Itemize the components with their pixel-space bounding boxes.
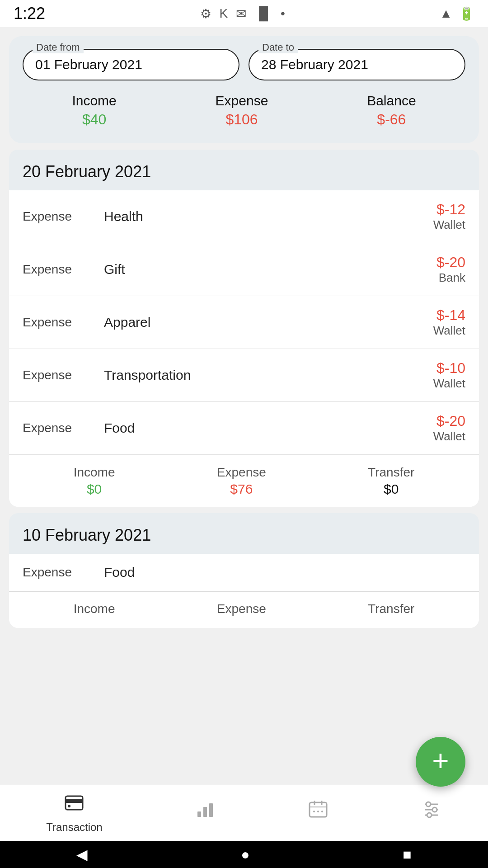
main-content: Date from 01 February 2021 Date to 28 Fe… <box>0 36 488 761</box>
settings-icon: ⚙ <box>200 6 211 21</box>
footer-income-label: Income <box>74 465 115 480</box>
nav-calendar[interactable] <box>308 799 328 827</box>
tx-wallet: Wallet <box>433 377 465 391</box>
footer-income: Income $0 <box>74 465 115 497</box>
expense-value: $106 <box>216 111 268 128</box>
section-date-feb20: 20 February 2021 <box>23 162 151 181</box>
svg-point-18 <box>427 813 432 817</box>
date-to-value: 28 February 2021 <box>261 57 368 72</box>
section-card-feb20: 20 February 2021 Expense Health $-12 Wal… <box>9 150 479 507</box>
svg-rect-4 <box>203 807 207 817</box>
footer-expense: Expense <box>217 602 266 618</box>
balance-label: Balance <box>367 93 416 108</box>
date-from-field[interactable]: Date from 01 February 2021 <box>23 49 239 80</box>
tx-wallet: Wallet <box>433 324 465 338</box>
plus-icon: + <box>432 746 449 775</box>
transaction-list-feb10: Expense Food Income Expense <box>9 554 479 628</box>
tx-wallet: Wallet <box>433 429 465 443</box>
recent-button[interactable]: ■ <box>403 846 411 863</box>
income-summary: Income $40 <box>72 93 116 128</box>
status-icons: ⚙ K ✉ ▐▌ • <box>200 6 285 21</box>
section-footer-feb20: Income $0 Expense $76 Transfer $0 <box>9 455 479 507</box>
section-feb20: 20 February 2021 Expense Health $-12 Wal… <box>0 150 488 507</box>
tx-type: Expense <box>23 368 104 382</box>
date-to-field[interactable]: Date to 28 February 2021 <box>249 49 465 80</box>
tx-amount-col: $-20 Wallet <box>433 413 465 443</box>
income-value: $40 <box>72 111 116 128</box>
svg-point-14 <box>426 802 431 807</box>
nav-transaction[interactable]: Transaction <box>46 793 103 834</box>
date-to-label: Date to <box>258 42 298 53</box>
footer-transfer: Transfer $0 <box>368 465 414 497</box>
transaction-icon <box>64 793 84 818</box>
section-date-feb10: 10 February 2021 <box>23 526 151 544</box>
section-feb10: 10 February 2021 Expense Food Income <box>0 513 488 628</box>
expense-summary: Expense $106 <box>216 93 268 128</box>
status-bar: 1:22 ⚙ K ✉ ▐▌ • ▲ 🔋 <box>0 0 488 27</box>
section-header-feb20: 20 February 2021 <box>9 150 479 190</box>
tx-wallet: Bank <box>436 271 465 285</box>
tx-category: Food <box>104 565 465 580</box>
section-card-feb10: 10 February 2021 Expense Food Income <box>9 513 479 628</box>
date-from-value: 01 February 2021 <box>35 57 142 72</box>
balance-summary: Balance $-66 <box>367 93 416 128</box>
bottom-nav: Transaction <box>0 785 488 841</box>
expense-label: Expense <box>216 93 268 108</box>
footer-transfer-label: Transfer <box>368 602 414 616</box>
tx-amount-col: $-10 Wallet <box>433 360 465 391</box>
svg-point-12 <box>321 811 323 812</box>
date-row: Date from 01 February 2021 Date to 28 Fe… <box>23 49 465 80</box>
income-label: Income <box>72 93 116 108</box>
nav-transaction-label: Transaction <box>46 821 103 834</box>
back-button[interactable]: ◀ <box>76 846 88 863</box>
nav-settings[interactable] <box>421 799 442 827</box>
summary-totals: Income $40 Expense $106 Balance $-66 <box>23 93 465 128</box>
mail-icon: ✉ <box>236 6 246 21</box>
tx-category: Apparel <box>104 315 433 330</box>
nav-chart[interactable] <box>195 799 216 827</box>
section-footer-feb10: Income Expense Transfer <box>9 591 479 628</box>
footer-income-label: Income <box>74 602 115 616</box>
balance-value: $-66 <box>367 111 416 128</box>
tx-amount-col: $-20 Bank <box>436 254 465 285</box>
add-transaction-button[interactable]: + <box>416 737 465 787</box>
transaction-list-feb20: Expense Health $-12 Wallet Expense Gift … <box>9 190 479 507</box>
svg-point-2 <box>68 805 70 807</box>
footer-transfer-value: $0 <box>368 481 414 497</box>
system-nav: ◀ ● ■ <box>0 841 488 868</box>
footer-transfer: Transfer <box>368 602 414 618</box>
svg-rect-1 <box>66 799 83 803</box>
table-row[interactable]: Expense Transportation $-10 Wallet <box>9 349 479 402</box>
tx-amount: $-14 <box>433 307 465 324</box>
signal-icon: ▐▌ <box>254 6 272 21</box>
footer-expense: Expense $76 <box>217 465 266 497</box>
footer-income-value: $0 <box>74 481 115 497</box>
home-button[interactable]: ● <box>241 846 249 863</box>
status-time: 1:22 <box>14 4 45 23</box>
calendar-icon <box>308 799 328 825</box>
tx-amount: $-12 <box>433 201 465 218</box>
tx-wallet: Wallet <box>433 218 465 232</box>
battery-icon: 🔋 <box>459 6 474 21</box>
svg-rect-6 <box>310 802 327 817</box>
tx-amount-col: $-12 Wallet <box>433 201 465 232</box>
tx-type: Expense <box>23 421 104 435</box>
tx-amount: $-20 <box>433 413 465 429</box>
table-row[interactable]: Expense Gift $-20 Bank <box>9 243 479 296</box>
svg-point-16 <box>432 807 437 812</box>
tx-category: Food <box>104 420 433 436</box>
footer-transfer-label: Transfer <box>368 465 414 480</box>
tx-category: Health <box>104 209 433 224</box>
table-row[interactable]: Expense Food <box>9 554 479 591</box>
tx-type: Expense <box>23 565 104 580</box>
sliders-icon <box>421 799 442 825</box>
svg-point-10 <box>313 811 315 812</box>
table-row[interactable]: Expense Health $-12 Wallet <box>9 190 479 243</box>
tx-type: Expense <box>23 315 104 330</box>
table-row[interactable]: Expense Apparel $-14 Wallet <box>9 296 479 349</box>
date-from-label: Date from <box>33 42 84 53</box>
tx-amount: $-10 <box>433 360 465 377</box>
table-row[interactable]: Expense Food $-20 Wallet <box>9 402 479 455</box>
k-icon: K <box>220 6 228 21</box>
footer-income: Income <box>74 602 115 618</box>
